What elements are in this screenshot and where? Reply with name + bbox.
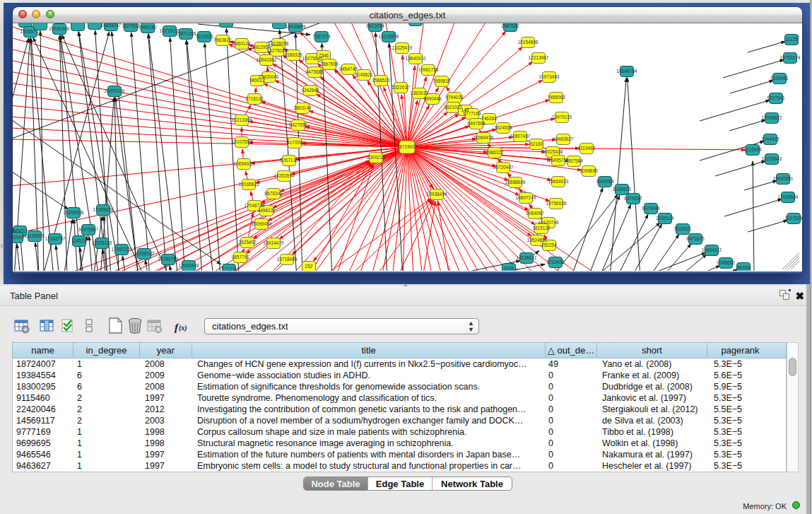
svg-text:3624554: 3624554 (494, 125, 512, 130)
svg-text:8678342: 8678342 (264, 191, 283, 196)
svg-text:14136141: 14136141 (517, 255, 537, 260)
svg-text:62160: 62160 (530, 141, 543, 146)
svg-text:885011: 885011 (13, 228, 28, 233)
svg-text:9329961: 9329961 (770, 76, 789, 81)
svg-text:4957584: 4957584 (565, 158, 583, 163)
svg-text:13975115: 13975115 (552, 115, 572, 119)
svg-text:20091406: 20091406 (49, 26, 70, 31)
svg-text:1588520: 1588520 (372, 78, 390, 83)
svg-text:16543362: 16543362 (257, 57, 277, 62)
svg-text:2718126: 2718126 (245, 96, 264, 101)
svg-text:2687682: 2687682 (501, 23, 519, 28)
svg-text:10025438: 10025438 (543, 149, 563, 154)
svg-text:252254: 252254 (541, 243, 557, 247)
svg-text:1621022: 1621022 (444, 105, 462, 110)
svg-text:10938454: 10938454 (427, 192, 447, 197)
svg-text:10756928: 10756928 (546, 201, 567, 206)
svg-text:3267130: 3267130 (280, 158, 298, 163)
svg-text:14353594: 14353594 (274, 173, 295, 178)
svg-text:1167534: 1167534 (785, 216, 802, 221)
svg-text:1099695: 1099695 (579, 168, 598, 173)
svg-text:2867608: 2867608 (320, 62, 339, 66)
svg-text:18807249: 18807249 (516, 195, 536, 200)
svg-text:15692351: 15692351 (773, 176, 794, 181)
svg-text:2803144: 2803144 (293, 105, 312, 110)
svg-text:7625402: 7625402 (238, 240, 257, 245)
svg-text:18724007: 18724007 (397, 144, 418, 149)
svg-text:9245: 9245 (504, 266, 514, 271)
svg-text:1244415: 1244415 (761, 136, 779, 141)
svg-text:17123: 17123 (223, 267, 235, 271)
svg-text:11156829: 11156829 (25, 233, 45, 238)
svg-text:7632621: 7632621 (673, 226, 692, 231)
svg-text:2300215: 2300215 (367, 155, 385, 160)
svg-text:19166825: 19166825 (239, 182, 259, 187)
svg-text:10688609: 10688609 (505, 180, 526, 185)
svg-text:17359928: 17359928 (93, 207, 114, 212)
svg-text:8990448: 8990448 (423, 96, 442, 101)
svg-text:9227341: 9227341 (767, 95, 785, 100)
svg-text:13640910: 13640910 (406, 56, 426, 61)
svg-text:10958107: 10958107 (134, 251, 155, 256)
svg-text:12923448: 12923448 (179, 263, 199, 268)
svg-text:114519: 114519 (71, 238, 87, 243)
svg-text:15718485: 15718485 (277, 257, 298, 262)
svg-text:8938923: 8938923 (613, 187, 631, 192)
svg-text:12505135: 12505135 (92, 240, 112, 245)
svg-text:6466160: 6466160 (139, 25, 157, 30)
svg-text:17957225: 17957225 (112, 247, 132, 252)
svg-text:9860124: 9860124 (233, 41, 251, 46)
svg-text:1733426: 1733426 (546, 259, 565, 264)
svg-text:26053346: 26053346 (105, 88, 125, 93)
svg-text:19654923: 19654923 (548, 179, 569, 184)
svg-text:6497568: 6497568 (467, 121, 486, 126)
svg-text:16671355: 16671355 (176, 31, 196, 36)
svg-text:1362615: 1362615 (410, 90, 428, 95)
svg-text:16210643: 16210643 (762, 156, 782, 161)
svg-text:10807487: 10807487 (510, 134, 531, 139)
svg-text:5322037: 5322037 (392, 85, 410, 90)
svg-text:12213967: 12213967 (529, 55, 549, 60)
svg-text:417006: 417006 (287, 140, 302, 145)
svg-text:4498222: 4498222 (257, 208, 276, 213)
svg-text:8813054: 8813054 (366, 23, 384, 28)
svg-text:391540: 391540 (13, 235, 24, 240)
svg-text:18463627: 18463627 (553, 136, 574, 141)
svg-text:86705: 86705 (737, 265, 750, 270)
svg-text:16782759: 16782759 (158, 257, 179, 262)
svg-text:7485063: 7485063 (547, 95, 565, 100)
svg-text:10654923: 10654923 (234, 161, 254, 166)
svg-text:2935114: 2935114 (657, 216, 674, 221)
svg-text:16648784: 16648784 (617, 69, 637, 74)
svg-text:13226058: 13226058 (269, 41, 289, 46)
svg-text:989012: 989012 (249, 78, 265, 83)
svg-text:30975867: 30975867 (78, 227, 99, 232)
svg-text:9474444: 9474444 (642, 206, 660, 211)
svg-text:9242848: 9242848 (301, 88, 319, 93)
svg-text:3215935: 3215935 (743, 147, 762, 152)
svg-text:20364436: 20364436 (473, 135, 494, 140)
svg-text:16033809: 16033809 (286, 24, 306, 29)
svg-text:8186325: 8186325 (284, 52, 302, 57)
svg-text:7357274: 7357274 (312, 34, 331, 39)
svg-text:16120746: 16120746 (539, 220, 559, 225)
svg-text:8471875: 8471875 (686, 236, 705, 241)
svg-text:7546: 7546 (319, 53, 329, 58)
svg-text:3475685: 3475685 (305, 69, 324, 74)
svg-text:746266: 746266 (481, 116, 497, 121)
svg-text:10973493: 10973493 (539, 74, 560, 79)
svg-text:10653267: 10653267 (101, 23, 122, 28)
svg-text:(x): (x) (179, 324, 187, 332)
svg-text:1615132: 1615132 (532, 226, 551, 230)
svg-text:17046738: 17046738 (245, 203, 265, 208)
svg-text:8427552: 8427552 (289, 122, 307, 127)
svg-text:12342757: 12342757 (45, 236, 66, 241)
svg-text:7663822: 7663822 (213, 37, 232, 42)
svg-text:16107553: 16107553 (232, 139, 252, 144)
svg-text:14055713: 14055713 (20, 29, 41, 34)
svg-text:19218506: 19218506 (379, 34, 399, 39)
svg-text:9245052: 9245052 (717, 260, 735, 265)
svg-text:9857791: 9857791 (231, 255, 249, 259)
svg-text:1640954: 1640954 (596, 179, 614, 184)
svg-text:13325419: 13325419 (392, 45, 413, 50)
